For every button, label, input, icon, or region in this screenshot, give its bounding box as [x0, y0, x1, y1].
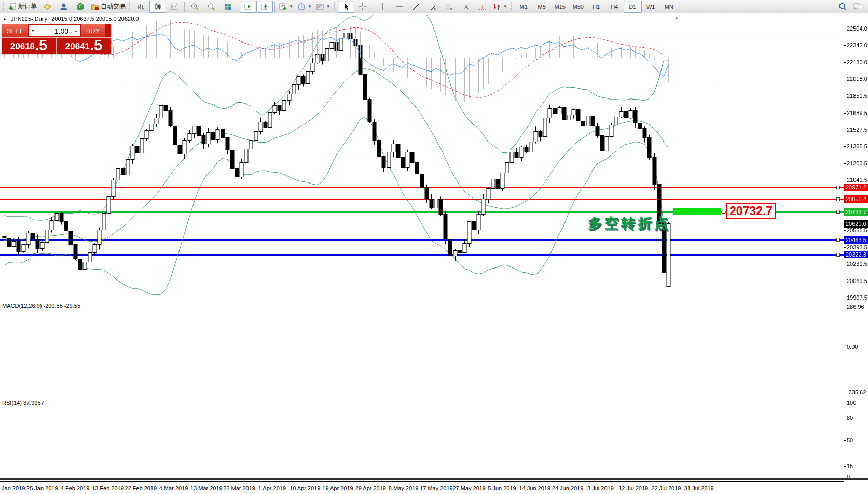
candlestick-chart-button[interactable] — [149, 1, 166, 13]
timeframe-mn[interactable]: MN — [660, 1, 678, 13]
chevron-down-icon: ▼ — [503, 4, 507, 9]
fibonacci-button[interactable]: F — [441, 1, 458, 13]
tile-windows-button[interactable] — [219, 1, 236, 13]
clock-icon — [297, 3, 306, 11]
toolbar-drag-handle[interactable] — [3, 2, 5, 11]
template-button[interactable]: ▼ — [314, 1, 333, 13]
autotrade-label: 自动交易 — [101, 2, 126, 11]
macd-axis-label: 0.00 — [847, 344, 867, 350]
axis-tick — [844, 96, 846, 96]
text-button[interactable]: A — [458, 1, 474, 13]
axis-tick — [844, 180, 846, 180]
axis-tick — [844, 298, 846, 298]
axis-tick-label: 20555.5 — [847, 227, 867, 233]
axis-tick-label: 22504.0 — [847, 25, 867, 32]
callout-anchor-handle[interactable] — [722, 210, 725, 214]
timeframe-m5[interactable]: M5 — [533, 1, 551, 13]
pane-separator[interactable] — [0, 396, 868, 398]
one-click-trading-panel: SELL ▼ 1.00 ▲ BUY 20618.5 20641.5 — [2, 24, 111, 54]
axis-tick — [844, 163, 846, 164]
separator — [184, 2, 185, 12]
chart-bottom-border — [0, 481, 844, 482]
zoom-in-button[interactable] — [186, 1, 203, 13]
signal-button[interactable] — [72, 1, 89, 13]
auto-scroll-button[interactable] — [240, 1, 256, 13]
date-label: 14 Jun 2019 — [519, 485, 551, 491]
period-button[interactable]: ▼ — [295, 1, 314, 13]
zoom-out-button[interactable] — [203, 1, 219, 13]
rsi-label: RSI(14) 37.9957 — [2, 400, 44, 406]
volume-decrease-button[interactable]: ▼ — [29, 25, 37, 36]
collapse-triangle-icon[interactable]: ▲ — [3, 17, 7, 21]
vertical-line-icon — [379, 3, 387, 11]
group-handle — [511, 2, 513, 11]
svg-text:F: F — [450, 8, 452, 11]
cursor-button[interactable] — [338, 1, 354, 13]
volume-increase-button[interactable]: ▲ — [72, 25, 80, 36]
price-tag: 20732.7 — [844, 208, 868, 216]
window-bottom-edge — [0, 478, 868, 480]
timeframe-h1[interactable]: H1 — [587, 1, 605, 13]
rsi-axis-label: 50 — [847, 437, 867, 443]
timeframe-h4[interactable]: H4 — [605, 1, 624, 13]
pane-separator[interactable] — [0, 300, 868, 302]
vertical-line-button[interactable] — [375, 1, 391, 13]
volume-input[interactable]: 1.00 — [37, 25, 72, 36]
pivot-annotation-text[interactable]: 多空转折点 — [588, 214, 671, 233]
signal-icon — [76, 3, 85, 11]
gold-button[interactable] — [39, 1, 56, 13]
arrows-button[interactable]: ▼ — [491, 1, 509, 13]
svg-text:E: E — [434, 8, 436, 11]
chart-shift-marker-icon[interactable]: ▲ — [674, 15, 679, 20]
autotrade-button[interactable]: 自动交易 — [89, 1, 128, 13]
svg-text:T: T — [481, 4, 484, 10]
date-label: 25 Jan 2019 — [26, 485, 58, 491]
timeframe-m15[interactable]: M15 — [551, 1, 569, 13]
highlight-box[interactable] — [673, 208, 721, 215]
mt4-window: 新订单 自动交易 ▼ ▼ ▼ E F A T ▼ — [0, 0, 868, 494]
date-label: 4 Mar 2019 — [159, 485, 188, 491]
arrows-icon — [493, 3, 501, 11]
level-callout-label[interactable]: 20732.7 — [726, 203, 776, 219]
rsi-axis-tick — [844, 418, 846, 418]
chart-shift-button[interactable] — [256, 1, 273, 13]
timeframe-w1[interactable]: W1 — [642, 1, 660, 13]
axis-tick — [844, 45, 846, 46]
new-chart-button[interactable]: ▼ — [277, 1, 295, 13]
horizontal-line-button[interactable] — [391, 1, 408, 13]
timeframe-d1[interactable]: D1 — [624, 1, 642, 13]
sell-button[interactable]: SELL — [2, 24, 28, 37]
date-label: 22 Mar 2019 — [223, 485, 255, 491]
axis-tick-label: 20069.5 — [847, 278, 867, 284]
chat-icon[interactable] — [852, 2, 864, 11]
date-label: 12 Jul 2019 — [618, 485, 648, 491]
zoom-out-icon — [207, 3, 215, 11]
timeframe-m30[interactable]: M30 — [569, 1, 587, 13]
crosshair-button[interactable] — [354, 1, 371, 13]
channel-icon: E — [429, 3, 437, 11]
search-icon[interactable] — [838, 2, 847, 11]
new-order-button[interactable]: 新订单 — [6, 1, 39, 13]
macd-label: MACD(12,26,9) -200.55 -29.55 — [2, 303, 80, 309]
profile-button[interactable] — [56, 1, 72, 13]
sell-price[interactable]: 20618.5 — [2, 38, 57, 54]
rsi-canvas[interactable] — [0, 14, 844, 96]
separator — [373, 2, 373, 12]
macd-axis-label: -335.62 — [847, 389, 867, 396]
timeframe-m1[interactable]: M1 — [515, 1, 533, 13]
auto-scroll-icon — [244, 3, 252, 11]
horizontal-line-icon — [395, 3, 404, 11]
axis-tick-label: 22342.0 — [847, 42, 867, 48]
line-chart-button[interactable] — [166, 1, 183, 13]
buy-price[interactable]: 20641.5 — [57, 38, 111, 54]
price-tag: 20463.5 — [844, 236, 868, 244]
text-label-button[interactable]: T — [474, 1, 491, 13]
equidistant-channel-button[interactable]: E — [424, 1, 441, 13]
buy-button[interactable]: BUY — [81, 24, 105, 37]
axis-tick — [844, 264, 846, 264]
ohlc-values: 20015.0 20637.5 20015.0 20620.0 — [51, 16, 139, 22]
trendline-button[interactable] — [408, 1, 424, 13]
date-label: 17 May 2019 — [420, 485, 453, 491]
bar-chart-button[interactable] — [133, 1, 149, 13]
gold-icon — [43, 3, 51, 11]
